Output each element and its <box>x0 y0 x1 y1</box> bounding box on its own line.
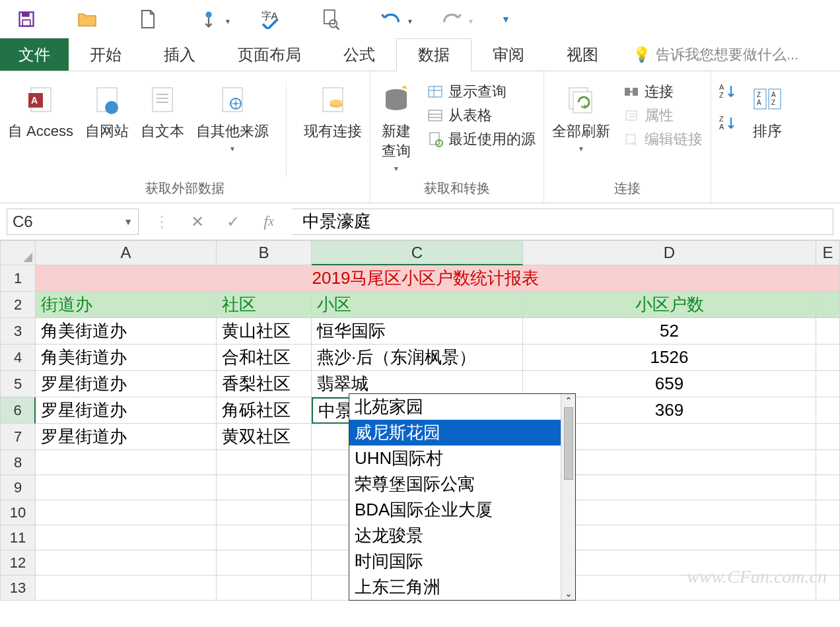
formula-input[interactable]: 中景濠庭 <box>292 209 833 235</box>
tab-data[interactable]: 数据 <box>396 38 472 71</box>
cell[interactable] <box>217 500 312 525</box>
show-queries-button[interactable]: 显示查询 <box>426 82 536 102</box>
undo-icon[interactable]: ▼ <box>378 6 404 32</box>
row-header[interactable]: 2 <box>0 292 36 318</box>
col-header-a[interactable]: A <box>36 240 217 265</box>
cell[interactable] <box>36 475 217 500</box>
cell[interactable]: 角美街道办 <box>36 318 217 345</box>
sort-desc-button[interactable]: ZA <box>719 114 738 132</box>
dropdown-option[interactable]: BDA国际企业大厦 <box>349 497 561 523</box>
save-icon[interactable] <box>13 6 40 32</box>
cell[interactable] <box>816 397 840 424</box>
cell[interactable] <box>217 576 312 601</box>
dropdown-option[interactable]: 荣尊堡国际公寓 <box>349 471 561 497</box>
refresh-all-button[interactable]: 全部刷新▼ <box>552 82 610 152</box>
cell[interactable]: 52 <box>523 318 816 345</box>
col-header-c[interactable]: C <box>312 240 523 265</box>
tab-review[interactable]: 审阅 <box>472 38 545 71</box>
cell[interactable] <box>36 525 217 550</box>
cell[interactable] <box>36 450 217 475</box>
name-box[interactable]: C6▼ <box>7 209 139 235</box>
row-header[interactable]: 7 <box>0 424 36 450</box>
cell[interactable] <box>816 500 840 525</box>
header-cell[interactable]: 社区 <box>217 292 312 318</box>
row-header[interactable]: 9 <box>0 475 36 500</box>
row-header[interactable]: 8 <box>0 450 36 475</box>
sort-asc-button[interactable]: AZ <box>719 82 738 100</box>
chevron-down-icon[interactable]: ▼ <box>123 216 133 227</box>
from-table-button[interactable]: 从表格 <box>426 106 536 125</box>
new-query-button[interactable]: 新建 查询▼ <box>378 82 414 172</box>
cancel-icon[interactable]: ✕ <box>188 212 207 232</box>
row-header[interactable]: 10 <box>0 500 36 525</box>
fx-icon[interactable]: fx <box>259 212 279 232</box>
cell[interactable]: 合和社区 <box>217 345 312 371</box>
cell[interactable] <box>36 550 217 576</box>
cell[interactable]: 罗星街道办 <box>36 397 217 424</box>
row-header[interactable]: 12 <box>0 550 36 576</box>
cell[interactable]: 燕沙·后（东润枫景） <box>312 345 523 371</box>
row-header[interactable]: 4 <box>0 345 36 371</box>
tab-file[interactable]: 文件 <box>0 38 69 71</box>
customize-qat-icon[interactable]: ▼ <box>499 6 512 32</box>
tab-layout[interactable]: 页面布局 <box>217 38 322 71</box>
preview-icon[interactable] <box>317 6 343 32</box>
dropdown-option[interactable]: 时间国际 <box>349 548 561 574</box>
cell[interactable]: 恒华国际 <box>312 318 523 345</box>
cell[interactable]: 黄双社区 <box>217 424 312 450</box>
dropdown-option[interactable]: 北苑家园 <box>349 394 561 420</box>
cell[interactable] <box>816 292 840 318</box>
cell[interactable]: 1526 <box>523 345 816 371</box>
tell-me-search[interactable]: 💡 告诉我您想要做什么... <box>633 38 798 71</box>
cell[interactable]: 香梨社区 <box>217 371 312 397</box>
dropdown-option[interactable]: 威尼斯花园 <box>349 420 561 446</box>
enter-icon[interactable]: ✓ <box>223 212 243 232</box>
cell[interactable] <box>816 318 840 345</box>
dropdown-option[interactable]: 达龙骏景 <box>349 523 561 548</box>
cell[interactable] <box>816 525 840 550</box>
connections-button[interactable]: 连接 <box>622 82 703 102</box>
col-header-b[interactable]: B <box>217 240 312 265</box>
touch-mode-icon[interactable]: ▼ <box>195 6 222 32</box>
dropdown-option[interactable]: 上东三角洲 <box>349 574 561 600</box>
tab-view[interactable]: 视图 <box>545 38 619 71</box>
row-header[interactable]: 3 <box>0 318 36 345</box>
scroll-down-icon[interactable]: ⌄ <box>565 588 573 599</box>
col-header-e[interactable]: E <box>816 240 840 265</box>
cell[interactable] <box>816 371 840 397</box>
scroll-up-icon[interactable]: ⌃ <box>565 395 573 406</box>
cell[interactable]: 罗星街道办 <box>36 424 217 450</box>
cell[interactable] <box>816 265 840 292</box>
sort-button[interactable]: ZAAZ排序 <box>750 82 785 141</box>
existing-connections-button[interactable]: 现有连接 <box>304 82 362 141</box>
cell[interactable] <box>816 345 840 371</box>
header-cell[interactable]: 小区户数 <box>523 292 816 318</box>
row-header[interactable]: 5 <box>0 371 36 397</box>
row-header[interactable]: 13 <box>0 576 36 601</box>
select-all-corner[interactable] <box>0 240 36 265</box>
dropdown-option[interactable]: UHN国际村 <box>349 446 561 471</box>
cell[interactable] <box>816 450 840 475</box>
spellcheck-icon[interactable]: 字A <box>256 6 283 32</box>
dropdown-scrollbar[interactable]: ⌃ ⌄ <box>561 394 575 600</box>
from-text-button[interactable]: 自文本 <box>141 82 184 141</box>
recent-sources-button[interactable]: 最近使用的源 <box>426 129 536 149</box>
header-cell[interactable]: 街道办 <box>36 292 217 318</box>
tab-insert[interactable]: 插入 <box>143 38 217 71</box>
cell[interactable]: 罗星街道办 <box>36 371 217 397</box>
cell[interactable]: 角美街道办 <box>36 345 217 371</box>
cell[interactable] <box>217 550 312 576</box>
cell[interactable] <box>36 576 217 601</box>
title-cell[interactable]: 2019马尾区小区户数统计报表 <box>36 265 816 292</box>
cell[interactable] <box>217 450 312 475</box>
redo-icon[interactable]: ▼ <box>438 6 465 32</box>
new-icon[interactable] <box>135 6 161 32</box>
row-header[interactable]: 1 <box>0 265 36 292</box>
from-access-button[interactable]: A自 Access <box>8 82 73 141</box>
from-web-button[interactable]: 自网站 <box>85 82 129 141</box>
cell[interactable] <box>217 475 312 500</box>
col-header-d[interactable]: D <box>523 240 816 265</box>
row-header[interactable]: 11 <box>0 525 36 550</box>
open-icon[interactable] <box>74 6 100 32</box>
cell[interactable]: 角砾社区 <box>217 397 312 424</box>
